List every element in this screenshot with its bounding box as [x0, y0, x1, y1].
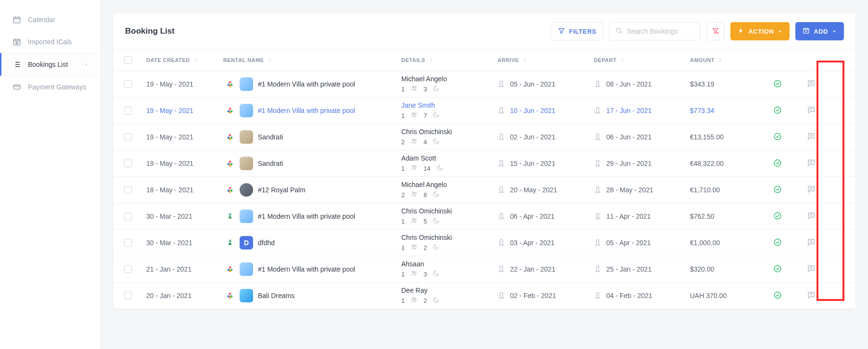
search-icon [615, 27, 623, 36]
amount-text: UAH 370.00 [690, 292, 727, 299]
td-details: Michael Angelo 1 3 [397, 71, 494, 97]
table-row[interactable]: 20 - Jan - 2021 Bali Dreams Dee Ray 1 2 [114, 283, 855, 309]
table-row[interactable]: 19 - May - 2021 #1 Modern Villa with pri… [114, 98, 855, 124]
td-status [758, 238, 797, 248]
clear-filter-button[interactable] [706, 22, 725, 40]
search-input[interactable] [626, 27, 694, 35]
people-icon [410, 85, 418, 93]
action-button[interactable]: ACTION [730, 22, 790, 40]
rental-icons [223, 183, 253, 197]
sidebar-item-imported-icals[interactable]: Imported ICals [0, 31, 101, 53]
svg-point-32 [774, 292, 781, 299]
sidebar-item-calendar[interactable]: Calendar [0, 9, 101, 31]
sort-icon [428, 57, 434, 63]
check-circle-icon [773, 132, 782, 142]
sidebar-item-payment-gateways[interactable]: Payment Gateways [0, 76, 101, 98]
amount-text: €13,155.00 [690, 133, 724, 141]
td-depart: 08 - Jun - 2021 [590, 80, 686, 89]
channel-icon [223, 157, 237, 170]
th-rental-name[interactable]: RENTAL NAME [219, 57, 397, 63]
depart-date-text: 25 - Jan - 2021 [606, 265, 651, 273]
svg-point-26 [774, 239, 781, 246]
th-details-label: DETAILS [401, 57, 425, 63]
td-notes [797, 185, 826, 195]
svg-rect-0 [13, 17, 20, 23]
note-icon[interactable] [807, 132, 816, 142]
depart-date-text: 05 - Apr - 2021 [606, 239, 651, 247]
depart-date-text: 04 - Feb - 2021 [606, 292, 652, 299]
table-row[interactable]: 21 - Jan - 2021 #1 Modern Villa with pri… [114, 256, 855, 283]
guest-name-text: Chris Omichinski [401, 128, 452, 136]
filters-button[interactable]: FILTERS [550, 22, 604, 40]
amount-text: $320.00 [690, 265, 715, 273]
svg-point-17 [774, 160, 781, 166]
table-row[interactable]: 19 - May - 2021 Sandrati Chris Omichinsk… [114, 124, 855, 150]
note-icon[interactable] [807, 159, 816, 169]
depart-date-text: 28 - May - 2021 [606, 186, 653, 194]
moon-icon [433, 217, 439, 225]
channel-icon [223, 262, 237, 276]
note-icon[interactable] [807, 185, 816, 195]
note-icon[interactable] [807, 79, 816, 89]
add-button[interactable]: ADD [795, 22, 844, 40]
door-in-icon [498, 265, 505, 274]
row-checkbox[interactable] [124, 107, 132, 114]
table-row[interactable]: 19 - May - 2021 Sandrati Adam Scott 1 14 [114, 150, 855, 177]
search-box[interactable] [609, 22, 701, 40]
row-checkbox[interactable] [124, 292, 132, 299]
td-notes [797, 291, 826, 301]
svg-point-20 [774, 186, 781, 193]
note-icon[interactable] [807, 238, 816, 248]
th-amount[interactable]: AMOUNT [686, 57, 758, 63]
people-icon [410, 217, 418, 225]
guests-count: 2 [401, 191, 405, 199]
sort-icon [193, 57, 199, 63]
row-checkbox[interactable] [124, 239, 132, 247]
nights-count: 7 [423, 112, 427, 119]
note-icon[interactable] [807, 106, 816, 116]
td-select [114, 265, 142, 273]
moon-icon [433, 297, 439, 305]
sidebar-item-bookings-list[interactable]: Bookings List [0, 53, 101, 76]
row-checkbox[interactable] [124, 160, 132, 167]
td-rental: #1 Modern Villa with private pool [219, 210, 397, 223]
rental-thumbnail [240, 157, 253, 170]
td-depart: 11 - Apr - 2021 [590, 212, 686, 221]
table-row[interactable]: 18 - May - 2021 #12 Royal Palm Michael A… [114, 177, 855, 203]
details-line: 1 7 [401, 111, 439, 120]
amount-text: €1,710.00 [690, 186, 720, 194]
th-depart[interactable]: DEPART [590, 57, 686, 63]
door-in-icon [498, 186, 505, 195]
sidebar-item-label: Calendar [28, 16, 55, 24]
channel-icon [223, 236, 237, 249]
table-row[interactable]: 19 - May - 2021 #1 Modern Villa with pri… [114, 71, 855, 98]
details-line: 1 14 [401, 164, 443, 173]
note-icon[interactable] [807, 291, 816, 301]
guest-name-text: Adam Scott [401, 154, 436, 162]
td-status [758, 185, 797, 195]
row-checkbox[interactable] [124, 265, 132, 273]
table-row[interactable]: 30 - Mar - 2021 D dfdhd Chris Omichinski… [114, 230, 855, 256]
bolt-icon [738, 27, 744, 36]
td-details: Adam Scott 1 14 [397, 150, 494, 176]
row-checkbox[interactable] [124, 186, 132, 194]
door-in-icon [498, 159, 505, 168]
row-checkbox[interactable] [124, 133, 132, 141]
table-row[interactable]: 30 - Mar - 2021 #1 Modern Villa with pri… [114, 203, 855, 230]
select-all-checkbox[interactable] [124, 56, 132, 64]
date-created-text: 19 - May - 2021 [146, 80, 193, 88]
guest-name-text: Dee Ray [401, 287, 427, 294]
th-date-created[interactable]: DATE CREATED [142, 57, 219, 63]
moon-icon [433, 191, 439, 199]
th-arrive[interactable]: ARRIVE [494, 57, 590, 63]
th-details[interactable]: DETAILS [397, 57, 494, 63]
date-created-text: 19 - May - 2021 [146, 107, 193, 114]
td-amount: €13,155.00 [686, 133, 758, 141]
note-icon[interactable] [807, 264, 816, 274]
note-icon[interactable] [807, 212, 816, 222]
check-circle-icon [773, 264, 782, 274]
guests-count: 1 [401, 218, 405, 225]
door-in-icon [498, 238, 505, 248]
row-checkbox[interactable] [124, 80, 132, 88]
row-checkbox[interactable] [124, 212, 132, 220]
